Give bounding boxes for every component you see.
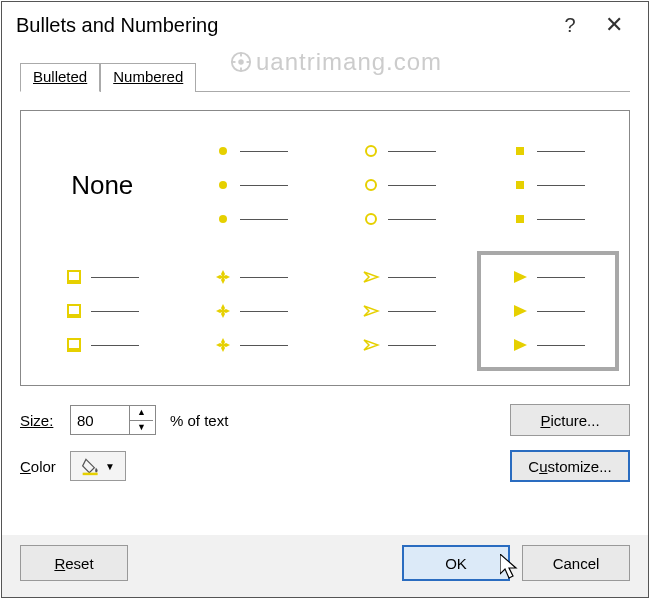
circle-icon <box>362 176 380 194</box>
arrowhead-icon <box>362 336 380 354</box>
hollow-square-icon <box>65 336 83 354</box>
dialog-body: Bulleted Numbered None <box>2 48 648 535</box>
diamond4-icon <box>214 336 232 354</box>
color-label: Color <box>20 458 70 475</box>
bullet-option-circle[interactable] <box>328 125 471 245</box>
size-label: Size: <box>20 412 70 429</box>
ok-button[interactable]: OK <box>402 545 510 581</box>
dialog-footer: Reset OK Cancel <box>2 535 648 597</box>
arrowhead-icon <box>362 268 380 286</box>
svg-rect-18 <box>68 314 80 317</box>
square-icon <box>511 176 529 194</box>
reset-button[interactable]: Reset <box>20 545 128 581</box>
dialog-window: Bullets and Numbering ? ✕ uantrimang.com… <box>1 1 649 598</box>
svg-point-11 <box>366 214 376 224</box>
bullet-gallery: None <box>20 110 630 386</box>
svg-point-7 <box>219 181 227 189</box>
picture-button[interactable]: Picture... <box>510 404 630 436</box>
circle-icon <box>362 210 380 228</box>
arrowhead-icon <box>362 302 380 320</box>
titlebar: Bullets and Numbering ? ✕ <box>2 2 648 48</box>
size-spinbox[interactable]: ▲ ▼ <box>70 405 156 435</box>
help-button[interactable]: ? <box>548 14 592 37</box>
chevron-down-icon: ▼ <box>105 461 115 472</box>
hollow-square-icon <box>65 302 83 320</box>
svg-point-8 <box>219 215 227 223</box>
svg-rect-16 <box>68 280 80 283</box>
dialog-title: Bullets and Numbering <box>16 14 548 37</box>
size-input[interactable] <box>71 406 129 434</box>
svg-point-10 <box>366 180 376 190</box>
color-picker[interactable]: ▼ <box>70 451 126 481</box>
bullet-option-hollow-square[interactable] <box>31 251 174 371</box>
svg-rect-14 <box>516 215 524 223</box>
tab-bulleted[interactable]: Bulleted <box>20 63 100 92</box>
controls-area: Size: ▲ ▼ % of text Picture... Color ▼ <box>20 404 630 482</box>
bullet-option-triangle[interactable] <box>477 251 620 371</box>
customize-button[interactable]: Customize... <box>510 450 630 482</box>
triangle-icon <box>511 268 529 286</box>
svg-marker-35 <box>514 339 527 351</box>
dot-icon <box>214 176 232 194</box>
size-up[interactable]: ▲ <box>130 406 153 421</box>
svg-marker-34 <box>514 305 527 317</box>
paint-bucket-icon <box>81 456 101 476</box>
svg-rect-13 <box>516 181 524 189</box>
svg-rect-20 <box>68 348 80 351</box>
bullet-option-arrowhead[interactable] <box>328 251 471 371</box>
svg-point-9 <box>366 146 376 156</box>
square-icon <box>511 210 529 228</box>
tab-numbered-label: Numbered <box>113 68 183 85</box>
svg-marker-33 <box>514 271 527 283</box>
dot-icon <box>214 142 232 160</box>
cancel-button[interactable]: Cancel <box>522 545 630 581</box>
bullet-option-diamond4[interactable] <box>180 251 323 371</box>
triangle-icon <box>511 336 529 354</box>
close-button[interactable]: ✕ <box>592 12 636 38</box>
diamond4-icon <box>214 268 232 286</box>
bullet-option-none[interactable]: None <box>31 125 174 245</box>
square-icon <box>511 142 529 160</box>
diamond4-icon <box>214 302 232 320</box>
svg-rect-12 <box>516 147 524 155</box>
bullet-option-dot[interactable] <box>180 125 323 245</box>
hollow-square-icon <box>65 268 83 286</box>
svg-rect-36 <box>83 473 98 476</box>
bullet-option-square[interactable] <box>477 125 620 245</box>
pct-label: % of text <box>160 412 280 429</box>
tab-bulleted-label: Bulleted <box>33 68 87 85</box>
circle-icon <box>362 142 380 160</box>
dot-icon <box>214 210 232 228</box>
svg-point-6 <box>219 147 227 155</box>
none-label: None <box>71 170 133 201</box>
size-down[interactable]: ▼ <box>130 421 153 435</box>
tab-numbered[interactable]: Numbered <box>100 63 196 92</box>
triangle-icon <box>511 302 529 320</box>
tab-strip: Bulleted Numbered <box>20 62 630 92</box>
